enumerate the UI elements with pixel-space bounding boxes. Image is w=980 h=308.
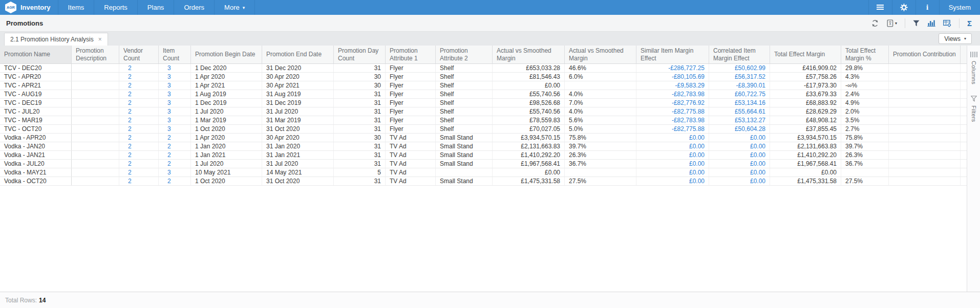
cell-vendor[interactable]: 2 xyxy=(119,99,159,107)
cell-item[interactable]: 3 xyxy=(159,73,191,81)
cell-vendor[interactable]: 2 xyxy=(119,90,159,98)
column-header-name[interactable]: Promotion Name xyxy=(0,46,72,63)
cell-similar[interactable]: -£82,775.88 xyxy=(636,125,709,133)
cell-item[interactable]: 3 xyxy=(159,168,191,177)
cell-similar[interactable]: £0.00 xyxy=(636,142,709,150)
cell-correlated[interactable]: £50,602.99 xyxy=(709,64,770,72)
close-icon[interactable]: × xyxy=(98,36,102,42)
column-header-days[interactable]: Promotion Day Count xyxy=(334,46,386,63)
system-menu[interactable]: System xyxy=(939,0,980,15)
cell-similar[interactable]: -£82,783.98 xyxy=(636,116,709,124)
views-button[interactable]: Views ▾ xyxy=(939,33,972,44)
cell-similar[interactable]: £0.00 xyxy=(636,160,709,168)
export-excel-button[interactable]: x ▾ xyxy=(887,19,897,27)
cell-vendor[interactable]: 2 xyxy=(119,116,159,124)
cell-similar[interactable]: £0.00 xyxy=(636,134,709,142)
cell-correlated[interactable]: £53,134.16 xyxy=(709,99,770,107)
refresh-button[interactable] xyxy=(871,19,879,27)
column-header-total_pct[interactable]: Total Effect Margin % xyxy=(841,46,889,63)
cell-item[interactable]: 2 xyxy=(159,142,191,150)
column-header-total[interactable]: Total Effect Margin xyxy=(770,46,841,63)
filter-button[interactable] xyxy=(913,20,920,27)
cell-vendor[interactable]: 2 xyxy=(119,134,159,142)
column-header-desc[interactable]: Promotion Description xyxy=(72,46,119,63)
column-header-similar[interactable]: Similar Item Margin Effect xyxy=(636,46,709,63)
column-header-avsm_pct[interactable]: Actual vs Smoothed Margin xyxy=(565,46,636,63)
cell-similar[interactable]: -£82,776.92 xyxy=(636,99,709,107)
table-row[interactable]: Vodka - JUL20221 Jul 202031 Jul 202031TV… xyxy=(0,160,967,168)
cell-vendor[interactable]: 2 xyxy=(119,64,159,72)
column-header-correlated[interactable]: Correlated Item Margin Effect xyxy=(709,46,770,63)
cell-item[interactable]: 3 xyxy=(159,64,191,72)
nav-item-reports[interactable]: Reports xyxy=(94,0,138,15)
cell-item[interactable]: 2 xyxy=(159,160,191,168)
cell-similar[interactable]: -£82,775.88 xyxy=(636,107,709,116)
filters-panel-button[interactable]: Filters xyxy=(971,96,977,122)
cell-correlated[interactable]: £0.00 xyxy=(709,168,770,177)
cell-correlated[interactable]: £0.00 xyxy=(709,160,770,168)
nav-item-plans[interactable]: Plans xyxy=(138,0,175,15)
table-row[interactable]: Vodka - JAN21221 Jan 202131 Jan 202131TV… xyxy=(0,151,967,160)
column-header-end[interactable]: Promotion End Date xyxy=(262,46,334,63)
cell-item[interactable]: 3 xyxy=(159,116,191,124)
cell-vendor[interactable]: 2 xyxy=(119,151,159,159)
cell-item[interactable]: 3 xyxy=(159,90,191,98)
chart-button[interactable] xyxy=(927,19,935,27)
tab-promotion-history-analysis[interactable]: 2.1 Promotion History Analysis × xyxy=(4,33,108,46)
app-brand[interactable]: AGR Inventory xyxy=(0,0,58,15)
cell-similar[interactable]: -£286,727.25 xyxy=(636,64,709,72)
table-row[interactable]: TVC - OCT20231 Oct 202031 Oct 202031Flye… xyxy=(0,125,967,134)
cell-correlated[interactable]: £60,722.75 xyxy=(709,90,770,98)
column-header-attr1[interactable]: Promotion Attribute 1 xyxy=(386,46,436,63)
cell-vendor[interactable]: 2 xyxy=(119,168,159,177)
column-header-avsm[interactable]: Actual vs Smoothed Margin xyxy=(493,46,565,63)
cell-vendor[interactable]: 2 xyxy=(119,142,159,150)
nav-item-more[interactable]: More▾ xyxy=(215,0,255,15)
table-row[interactable]: Vodka - JAN20221 Jan 202031 Jan 202031TV… xyxy=(0,142,967,151)
list-menu-button[interactable] xyxy=(868,0,892,15)
table-row[interactable]: TVC - DEC19231 Dec 201931 Dec 201931Flye… xyxy=(0,99,967,107)
cell-vendor[interactable]: 2 xyxy=(119,125,159,133)
cell-correlated[interactable]: £56,317.52 xyxy=(709,73,770,81)
table-row[interactable]: Vodka - OCT20221 Oct 202031 Oct 202031TV… xyxy=(0,177,967,186)
cell-correlated[interactable]: £0.00 xyxy=(709,151,770,159)
settings-button[interactable] xyxy=(892,0,915,15)
cell-vendor[interactable]: 2 xyxy=(119,107,159,116)
cell-item[interactable]: 3 xyxy=(159,81,191,90)
cell-correlated[interactable]: £0.00 xyxy=(709,142,770,150)
cell-correlated[interactable]: £53,132.27 xyxy=(709,116,770,124)
cell-item[interactable]: 2 xyxy=(159,177,191,185)
column-header-vendor[interactable]: Vendor Count xyxy=(119,46,159,63)
cell-similar[interactable]: -£9,583.29 xyxy=(636,81,709,90)
cell-vendor[interactable]: 2 xyxy=(119,81,159,90)
table-row[interactable]: TVC - MAR19231 Mar 201931 Mar 201931Flye… xyxy=(0,116,967,125)
cell-correlated[interactable]: £50,604.28 xyxy=(709,125,770,133)
cell-similar[interactable]: £0.00 xyxy=(636,168,709,177)
cell-item[interactable]: 3 xyxy=(159,99,191,107)
table-row[interactable]: TVC - JUL20231 Jul 202031 Jul 202031Flye… xyxy=(0,107,967,116)
cell-similar[interactable]: -£82,783.98 xyxy=(636,90,709,98)
cell-item[interactable]: 2 xyxy=(159,134,191,142)
cell-correlated[interactable]: £0.00 xyxy=(709,134,770,142)
table-row[interactable]: TVC - APR20231 Apr 202030 Apr 202030Flye… xyxy=(0,73,967,81)
table-row[interactable]: TVC - AUG19231 Aug 201931 Aug 201931Flye… xyxy=(0,90,967,99)
cell-correlated[interactable]: £55,664.61 xyxy=(709,107,770,116)
cell-vendor[interactable]: 2 xyxy=(119,160,159,168)
aggregate-button[interactable]: Σ xyxy=(967,19,972,27)
nav-item-orders[interactable]: Orders xyxy=(174,0,215,15)
table-row[interactable]: Vodka - APR20221 Apr 202030 Apr 202030TV… xyxy=(0,134,967,142)
cell-correlated[interactable]: -£8,390.01 xyxy=(709,81,770,90)
cell-item[interactable]: 3 xyxy=(159,107,191,116)
column-header-begin[interactable]: Promotion Begin Date xyxy=(191,46,262,63)
cell-similar[interactable]: £0.00 xyxy=(636,151,709,159)
nav-item-items[interactable]: Items xyxy=(58,0,95,15)
table-row[interactable]: TCV - DEC20231 Dec 202031 Dec 202031Flye… xyxy=(0,64,967,73)
cell-similar[interactable]: -£80,105.69 xyxy=(636,73,709,81)
cell-correlated[interactable]: £0.00 xyxy=(709,177,770,185)
cell-similar[interactable]: £0.00 xyxy=(636,177,709,185)
column-header-contrib[interactable]: Promotion Contribution xyxy=(889,46,961,63)
table-row[interactable]: TVC - APR21231 Apr 202130 Apr 202130Flye… xyxy=(0,81,967,90)
cell-vendor[interactable]: 2 xyxy=(119,177,159,185)
columns-panel-button[interactable]: Columns xyxy=(970,52,977,84)
column-header-attr2[interactable]: Promotion Attribute 2 xyxy=(436,46,493,63)
